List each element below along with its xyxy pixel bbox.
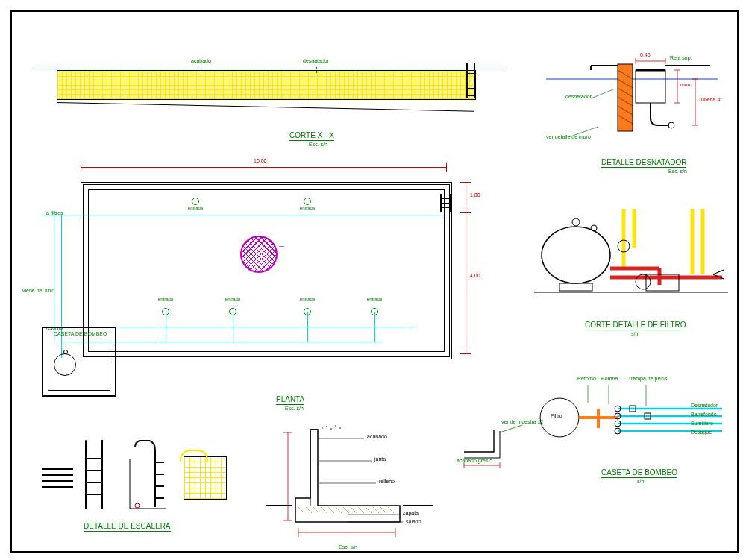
svg-point-2 [326,426,327,427]
inlet-bot-3-lbl: entrada [300,297,315,301]
ladder-side-view [124,440,169,509]
corner-detail: ver de muestra x2 acabado gres 5 [457,422,539,474]
title-corte-xx: CORTE X - X [289,131,334,141]
dim-right [466,182,466,353]
skim-lbl-side: desnatador [565,94,592,99]
wall-section-detail: acabado junta relleno zapata solado [266,424,445,550]
inlet-bot-2-lbl: entrada [225,297,240,301]
bomb-bomba: Bomba [601,376,618,381]
filter-circle-icon [54,353,76,376]
inlet-top-2 [304,198,311,205]
section-corte-xx: acabado desnatador [57,69,474,101]
filter-detail [534,203,728,330]
bomb-out-a: Desnatador [691,403,718,408]
bomb-trap: Trampa de pelos [628,376,667,381]
dim-right-b: 4,00 [470,273,480,278]
pump-house-label: CASETA DE BOMBEO [54,331,107,336]
ladder-front-view [82,440,106,509]
callout-skimmer: desnatador [303,58,329,63]
inlet-top-1 [192,198,199,205]
svg-point-4 [335,425,336,427]
pipe-supply-top [42,215,445,215]
svg-point-9 [668,122,674,128]
dim-right-a: 1,00 [470,192,480,198]
scale-muro: Esc. s/n [339,544,357,550]
bomb-ret: Retorno [577,376,596,381]
dim-top [81,167,446,168]
svg-point-1 [322,427,323,429]
bomb-filter: Filtro [551,413,562,418]
svg-point-10 [542,227,610,283]
svg-point-0 [135,503,140,508]
bomb-out-d: Desague [691,430,712,435]
wall-lbl-2: relleno [379,479,395,484]
plan-left-a: a filtros [46,210,63,215]
wall-lbl-3: zapata [403,510,419,515]
pipe-riser-1 [54,215,54,342]
ladder-plan-icon [437,194,454,212]
pump-house-schematic: Filtro Retorno Bomba Trampa de pelos Des… [534,365,728,477]
scale-bombeo: s/n [637,479,644,484]
svg-rect-8 [636,70,665,103]
pool-water-hatch [57,70,476,100]
inlet-bot-4-lbl: entrada [367,297,382,301]
scale-filtro: s/n [631,331,638,336]
bomb-out-c: Sumidero [691,421,713,426]
title-planta: PLANTA [276,395,304,405]
drawing-sheet: acabado desnatador CORTE X - X Esc. s/n … [0,0,746,560]
pipe-drop-1 [166,312,166,342]
handrail-curve-icon [180,450,208,462]
dim-top-value: 10,00 [254,158,267,163]
scale-desnatador: Esc. s/n [668,169,687,174]
skimmer-detail: 0,40 desnatador ver detalle de muro muro… [546,57,718,161]
skim-lbl-wall: muro [680,82,692,87]
pipe-drop-2 [233,312,233,342]
drawing-frame: acabado desnatador CORTE X - X Esc. s/n … [10,10,739,553]
inlet-bot-1-lbl: entrada [158,297,173,301]
skim-lbl-top: Reja sup. [670,55,692,60]
skim-note: ver detalle de muro [546,134,591,139]
svg-point-3 [330,428,332,430]
corner-sub: acabado gres 5 [457,458,492,463]
inlet-top-1-lbl: entrada [188,206,203,210]
plan-left-note: viene del filtro [22,288,54,293]
wall-lbl-1: junta [374,456,386,462]
pipe-drop-4 [374,312,375,342]
dim-top-tick-l [81,163,81,172]
pipe-drop-3 [307,312,308,342]
bomb-out-b: Barrefondo [691,412,717,417]
drain-leader: — [279,243,284,248]
title-desnatador: DETALLE DESNATADOR [601,158,686,168]
main-drain-icon [240,236,278,273]
svg-rect-11 [560,283,592,291]
skim-dim-top: 0,40 [640,52,651,57]
water-line [34,69,504,69]
coping-bars [42,464,73,492]
ladder-section-icon [464,63,477,98]
tile-grid-icon [184,456,227,500]
wall-lbl-4: solado [406,519,421,524]
plan-view: — entrada entrada entrada entrada entrad… [81,182,452,359]
svg-rect-7 [618,64,633,131]
svg-point-5 [339,427,341,429]
dim-right-tick-t [460,182,471,183]
svg-point-12 [572,218,580,226]
inlet-top-2-lbl: entrada [300,206,315,210]
title-escalera: DETALLE DE ESCALERA [84,522,171,532]
pool-floor-slope [57,102,474,112]
skim-lbl-pipe: Tuberia 4" [698,97,722,102]
callout-finish: acabado [191,58,211,63]
dim-right-tick-m [460,212,471,213]
pump-house-plan [42,327,116,397]
dim-right-tick-b [460,353,471,354]
scale-planta: Esc. s/n [285,406,304,411]
title-bombeo: CASETA DE BOMBEO [601,468,677,478]
scale-corte-xx: Esc. s/n [309,142,327,147]
dim-top-tick-r [446,163,447,172]
wall-lbl-0: acabado [367,434,387,439]
title-filtro: CORTE DETALLE DE FILTRO [585,321,686,330]
